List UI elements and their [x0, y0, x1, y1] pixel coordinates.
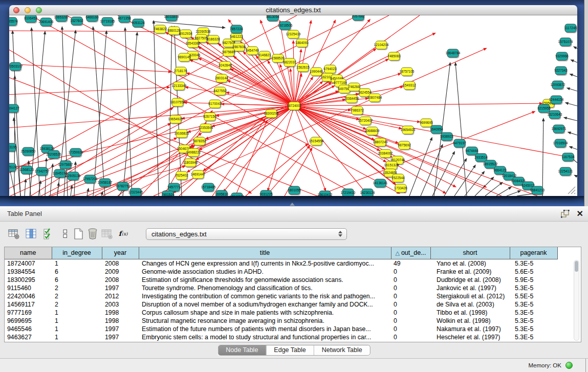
graph-node[interactable]: 17016504 [553, 139, 568, 148]
graph-node[interactable]: 20384067 [378, 149, 393, 159]
table-cell[interactable]: 1 [52, 317, 102, 325]
graph-node[interactable]: 19166825 [175, 129, 189, 139]
table-cell[interactable]: 18724007 [5, 259, 52, 268]
table-row[interactable]: 1872400712008Changes of HCN gene express… [5, 259, 557, 268]
graph-node[interactable]: 6794023 [323, 65, 337, 74]
graph-edge[interactable] [50, 163, 54, 196]
graph-edge[interactable] [57, 182, 60, 196]
graph-node[interactable]: 1562615 [296, 63, 310, 73]
graph-edge[interactable] [92, 26, 105, 196]
table-row[interactable]: 977716911998Corpus callosum shape and si… [5, 309, 557, 317]
graph-edge[interactable] [444, 158, 467, 196]
network-window-titlebar[interactable]: citations_edges.txt [9, 5, 577, 15]
table-cell[interactable]: 9463627 [5, 333, 52, 341]
graph-node[interactable]: 9890145 [178, 53, 191, 62]
graph-node[interactable]: 17359928 [69, 148, 83, 158]
split-pane-handle[interactable] [290, 203, 295, 206]
graph-node[interactable]: 8813054 [266, 15, 279, 22]
memory-status-icon[interactable] [565, 362, 573, 369]
graph-node[interactable]: 3915124 [9, 163, 17, 172]
column-header-short[interactable]: short [430, 247, 510, 259]
graph-node[interactable]: 1801055 [288, 186, 301, 195]
graph-node[interactable]: 12133349 [172, 82, 187, 91]
graph-node[interactable]: 5053195 [9, 143, 17, 152]
table-cell[interactable]: 5.6E-5 [510, 268, 557, 276]
graph-edge[interactable] [574, 175, 577, 178]
tab-network-table[interactable]: Network Table [314, 345, 370, 355]
table-cell[interactable]: Genome-wide association studies in ADHD. [139, 268, 391, 276]
graph-node[interactable]: 15718485 [201, 183, 216, 192]
graph-node[interactable]: 1117245 [564, 24, 577, 33]
table-cell[interactable]: 0 [391, 309, 430, 317]
graph-edge[interactable] [563, 117, 577, 121]
graph-node[interactable]: 8912934 [179, 30, 192, 39]
graph-node[interactable]: 16210643 [548, 111, 562, 120]
table-row[interactable]: 946362711997Embryonic stem cells: a mode… [5, 333, 557, 341]
table-cell[interactable]: 1 [52, 333, 102, 341]
graph-edge[interactable] [221, 103, 294, 106]
graph-edge[interactable] [294, 106, 537, 196]
graph-node[interactable]: 14136141 [373, 179, 388, 188]
graph-node[interactable]: 19654923 [401, 126, 416, 135]
table-cell[interactable]: 5.3E-5 [510, 309, 557, 317]
column-header-in_degree[interactable]: in_degree [52, 247, 102, 259]
table-cell[interactable]: 2 [52, 300, 102, 309]
network-canvas[interactable]: 1872400774638228860128891293422260538982… [9, 15, 577, 196]
graph-node[interactable]: 9329966 [555, 52, 569, 61]
table-cell[interactable]: 5.3E-5 [510, 333, 557, 341]
graph-node[interactable]: 7625402 [175, 171, 188, 181]
graph-node[interactable]: 10958187 [98, 179, 113, 188]
graph-node[interactable]: 5938923 [440, 133, 453, 142]
graph-node[interactable]: 10046520 [230, 193, 245, 196]
table-cell[interactable]: 5.5E-5 [510, 292, 557, 300]
graph-node[interactable]: 9053124 [132, 19, 145, 28]
table-cell[interactable]: Investigating the contribution of common… [139, 292, 391, 300]
delete-column-icon[interactable] [86, 227, 99, 240]
graph-node[interactable]: 18300295 [264, 110, 279, 119]
graph-node[interactable]: 1167534 [562, 153, 575, 162]
function-builder-icon[interactable]: f (x) [118, 227, 131, 240]
graph-node[interactable]: 20503107 [9, 62, 23, 72]
graph-node[interactable]: 18107552 [170, 98, 185, 107]
table-cell[interactable]: 2012 [102, 292, 139, 300]
table-cell[interactable]: 1998 [102, 309, 139, 317]
graph-node[interactable]: 1549312 [403, 81, 416, 91]
graph-node[interactable]: 20206526 [47, 150, 61, 160]
graph-edge[interactable] [100, 191, 103, 196]
graph-node[interactable]: 15720407 [358, 117, 373, 126]
table-cell[interactable]: Stergiakouli et al. (2012) [430, 292, 510, 300]
table-row[interactable]: 1938455462009Genome-wide association stu… [5, 268, 557, 276]
table-cell[interactable]: 0 [391, 276, 430, 284]
graph-edge[interactable] [173, 26, 182, 196]
graph-node[interactable]: 7485083 [387, 52, 401, 61]
graph-node[interactable]: 17957204 [83, 175, 98, 184]
graph-node[interactable]: 9875692 [398, 141, 411, 150]
table-cell[interactable]: Tibbo et al. (1998) [430, 309, 510, 317]
graph-node[interactable]: 8267150 [203, 113, 216, 122]
graph-edge[interactable] [70, 185, 73, 196]
table-cell[interactable]: 6 [52, 276, 102, 284]
table-cell[interactable]: 0 [391, 284, 430, 292]
graph-node[interactable]: 15751074 [558, 38, 573, 47]
graph-edge[interactable] [570, 59, 577, 62]
graph-edge[interactable] [565, 102, 577, 106]
table-cell[interactable]: 2 [52, 284, 102, 292]
graph-node[interactable]: 10807484 [367, 94, 382, 103]
table-cell[interactable]: 2008 [102, 276, 139, 284]
graph-node[interactable]: 8170043 [208, 100, 222, 109]
graph-node[interactable]: 2522544 [391, 174, 405, 183]
graph-node[interactable]: 17342757 [35, 167, 50, 177]
column-header-out_de[interactable]: △out_de... [391, 247, 430, 259]
table-row[interactable]: 911546021997Tourette syndrome. Phenomeno… [5, 284, 557, 292]
table-cell[interactable]: 1997 [102, 284, 139, 292]
graph-node[interactable]: 17219410 [341, 189, 356, 196]
table-cell[interactable]: Estimation of significance thresholds fo… [139, 276, 391, 284]
table-cell[interactable]: 2008 [102, 259, 139, 268]
table-cell[interactable]: 9699695 [5, 317, 52, 325]
graph-node[interactable]: 8454749 [246, 47, 259, 56]
graph-node[interactable]: 16782753 [116, 182, 130, 191]
table-cell[interactable]: 5.3E-5 [510, 300, 557, 309]
graph-node[interactable]: 10688609 [365, 127, 380, 136]
graph-node[interactable]: 15154554 [309, 137, 324, 146]
graph-node[interactable]: 2057682 [352, 15, 365, 21]
